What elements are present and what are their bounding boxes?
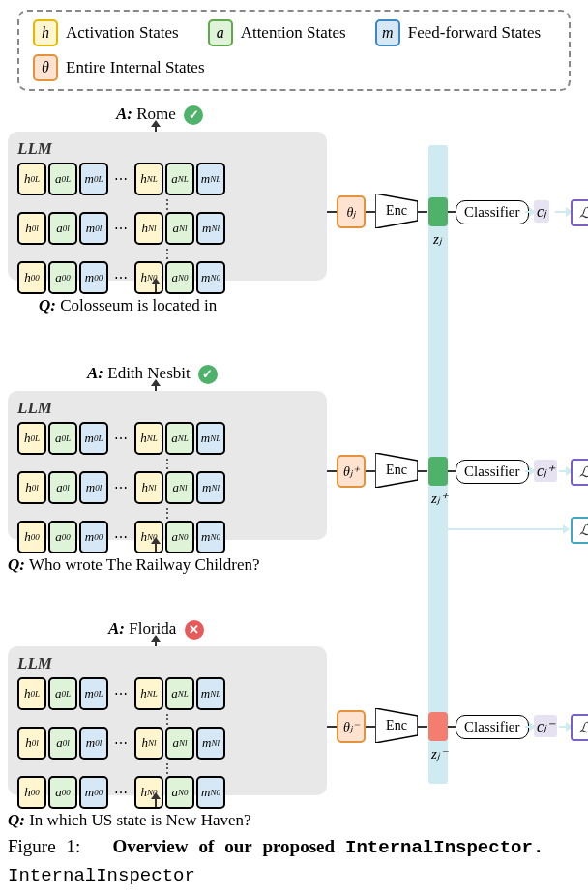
c-mid: cⱼ⁺ <box>534 460 557 482</box>
z-label-top: zⱼ <box>433 230 442 248</box>
legend-label-a: Attention States <box>241 23 346 43</box>
encoder-bot: Enc <box>375 708 418 743</box>
encoder-top: Enc <box>375 194 418 228</box>
llm-block-top: LLM h0L a0L m0L ⋯ hNL aNL mNL ⋮ h0l a0l … <box>8 132 327 281</box>
figure-caption: Figure 1: Overview of our proposed Inter… <box>8 833 580 890</box>
legend-label-theta: Entire Internal States <box>66 58 205 77</box>
classifier-top: Classifier <box>456 200 529 224</box>
legend-label-h: Activation States <box>66 23 179 43</box>
theta-bot: θⱼ⁻ <box>337 710 366 743</box>
check-icon: ✓ <box>184 105 203 125</box>
question-top: Q: Colosseum is located in <box>39 296 217 315</box>
question-bot: Q: In which US state is New Haven? <box>8 811 251 830</box>
encoder-mid: Enc <box>375 453 418 488</box>
z-marker-mid <box>428 457 448 486</box>
legend-item-theta: θ Entire Internal States <box>33 54 205 81</box>
h-icon: h <box>33 19 58 46</box>
theta-icon: θ <box>33 54 58 81</box>
legend-item-h: h Activation States <box>33 19 179 46</box>
m-icon: m <box>375 19 400 46</box>
loss-cls-bot: ℒcls <box>571 714 588 741</box>
llm-block-mid: LLM h0L a0L m0L ⋯ hNL aNL mNL ⋮ h0l a0l … <box>8 391 327 540</box>
theta-top: θⱼ <box>337 195 366 228</box>
legend-item-a: a Attention States <box>208 19 346 46</box>
legend-label-m: Feed-forward States <box>408 23 541 43</box>
z-marker-top <box>428 197 448 226</box>
arrow-up-icon <box>155 283 157 292</box>
z-label-bot: zⱼ⁻ <box>431 745 448 762</box>
loss-cls-mid: ℒcls <box>571 459 588 486</box>
loss-contr: ℒcontr <box>571 517 588 544</box>
a-icon: a <box>208 19 233 46</box>
check-icon: ✓ <box>198 365 218 384</box>
arrow-up-icon <box>155 797 157 807</box>
c-top: cⱼ <box>534 200 549 223</box>
classifier-bot: Classifier <box>456 715 529 739</box>
legend-item-m: m Feed-forward States <box>375 19 541 46</box>
loss-cls-top: ℒcls <box>571 199 588 226</box>
state-row: h0L a0L m0L ⋯ hNL aNL mNL <box>17 163 317 195</box>
legend: h Activation States a Attention States m… <box>17 10 571 91</box>
question-mid: Q: Who wrote The Railway Children? <box>8 555 259 575</box>
classifier-mid: Classifier <box>456 460 529 484</box>
llm-label: LLM <box>17 139 317 159</box>
llm-block-bot: LLM h0L a0L m0L ⋯ hNL aNL mNL ⋮ h0l a0l … <box>8 646 327 795</box>
z-marker-bot <box>428 712 448 741</box>
c-bot: cⱼ⁻ <box>534 715 557 737</box>
cross-icon: ✕ <box>185 620 204 640</box>
z-label-mid: zⱼ⁺ <box>431 490 448 507</box>
theta-mid: θⱼ⁺ <box>337 455 366 488</box>
arrow-up-icon <box>155 542 157 552</box>
